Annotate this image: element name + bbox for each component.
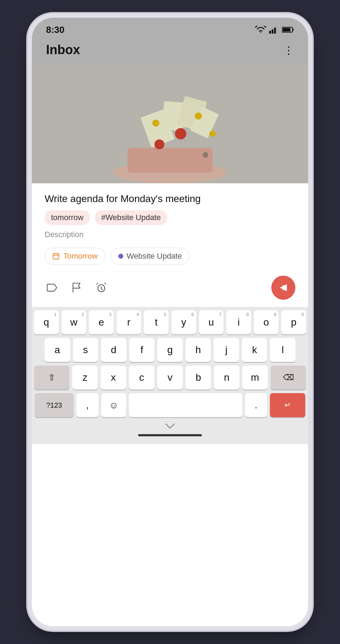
date-chip-label: tomorrow <box>51 213 84 222</box>
key-o[interactable]: 9o <box>254 310 279 334</box>
key-m[interactable]: m <box>242 366 268 390</box>
svg-rect-5 <box>293 29 294 31</box>
shift-key[interactable]: ⇧ <box>34 366 69 390</box>
svg-rect-1 <box>272 29 273 34</box>
svg-point-17 <box>195 113 202 120</box>
keyboard-row-4: ?123 , ☺ . ↵ <box>34 393 306 417</box>
illustration-svg <box>32 63 308 183</box>
key-i[interactable]: 8i <box>226 310 251 334</box>
key-q[interactable]: 1q <box>34 310 59 334</box>
key-l[interactable]: l <box>270 338 295 362</box>
alarm-button[interactable] <box>94 281 108 295</box>
svg-rect-6 <box>283 28 290 31</box>
tomorrow-chip-label: Tomorrow <box>63 252 98 261</box>
toolbar-row <box>45 272 295 307</box>
svg-point-18 <box>209 131 216 137</box>
key-a[interactable]: a <box>45 338 70 362</box>
bottom-sheet: Write agenda for Monday's meeting tomorr… <box>32 183 308 307</box>
svg-point-15 <box>175 128 186 139</box>
svg-point-16 <box>152 120 159 127</box>
project-dot-icon <box>118 254 123 259</box>
key-j[interactable]: j <box>214 338 239 362</box>
key-s[interactable]: s <box>73 338 98 362</box>
key-n[interactable]: n <box>214 366 239 390</box>
project-chip-label: #Website Update <box>101 213 161 222</box>
calendar-icon <box>52 252 60 260</box>
enter-key[interactable]: ↵ <box>270 393 305 417</box>
label-button[interactable] <box>45 281 59 295</box>
flag-button[interactable] <box>69 281 84 295</box>
battery-icon <box>282 27 294 33</box>
svg-rect-2 <box>274 28 276 34</box>
backspace-key[interactable]: ⌫ <box>271 366 306 390</box>
status-time: 8:30 <box>46 24 64 35</box>
svg-rect-9 <box>128 148 212 173</box>
project-action-chip[interactable]: Website Update <box>111 248 189 265</box>
description-field[interactable]: Description <box>45 230 295 239</box>
keyboard-row-1: 1q 2w 3e 4r 5t 6y 7u 8i 9o 0p <box>34 310 306 334</box>
keyboard-row-2: a s d f g h j k l <box>34 338 306 362</box>
key-e[interactable]: 3e <box>89 310 114 334</box>
key-g[interactable]: g <box>157 338 183 362</box>
tomorrow-action-chip[interactable]: Tomorrow <box>45 248 105 265</box>
task-title: Write agenda for Monday's meeting <box>45 193 295 205</box>
keyboard-row-3: ⇧ z x c v b n m ⌫ <box>34 366 306 390</box>
key-p[interactable]: 0p <box>281 310 306 334</box>
num-switch-key[interactable]: ?123 <box>35 393 74 417</box>
key-f[interactable]: f <box>129 338 155 362</box>
keyboard: 1q 2w 3e 4r 5t 6y 7u 8i 9o 0p a s d f g … <box>32 307 308 444</box>
key-z[interactable]: z <box>72 366 98 390</box>
key-x[interactable]: x <box>101 366 126 390</box>
key-c[interactable]: c <box>129 366 154 390</box>
key-y[interactable]: 6y <box>171 310 196 334</box>
svg-rect-20 <box>53 254 59 259</box>
chips-row: tomorrow #Website Update <box>45 210 295 225</box>
phone-frame: 8:30 Inbox <box>32 18 308 626</box>
toolbar-icons <box>45 281 108 295</box>
key-comma[interactable]: , <box>76 393 98 417</box>
key-v[interactable]: v <box>157 366 183 390</box>
svg-point-19 <box>203 152 208 158</box>
flag-icon <box>70 282 83 294</box>
space-key[interactable] <box>129 393 242 417</box>
key-d[interactable]: d <box>101 338 126 362</box>
date-chip[interactable]: tomorrow <box>45 210 90 225</box>
project-chip[interactable]: #Website Update <box>95 210 167 225</box>
key-h[interactable]: h <box>186 338 211 362</box>
emoji-key[interactable]: ☺ <box>101 393 126 417</box>
key-b[interactable]: b <box>186 366 211 390</box>
status-icons <box>255 26 294 34</box>
inbox-header: Inbox ⋮ <box>32 39 308 63</box>
key-period[interactable]: . <box>245 393 267 417</box>
send-icon <box>277 282 289 294</box>
svg-rect-3 <box>277 26 278 34</box>
page-title: Inbox <box>46 42 80 57</box>
key-r[interactable]: 4r <box>117 310 141 334</box>
key-t[interactable]: 5t <box>144 310 169 334</box>
label-icon <box>46 282 58 294</box>
signal-icon <box>269 26 279 34</box>
action-chips-row: Tomorrow Website Update <box>45 248 295 265</box>
project-chip-label2: Website Update <box>127 252 182 261</box>
key-k[interactable]: k <box>242 338 267 362</box>
wifi-icon <box>255 26 266 34</box>
key-w[interactable]: 2w <box>62 310 86 334</box>
svg-point-14 <box>154 139 164 149</box>
illustration-area <box>32 63 308 183</box>
send-button[interactable] <box>271 276 295 300</box>
keyboard-collapse[interactable] <box>34 421 306 432</box>
alarm-icon <box>95 282 107 294</box>
svg-rect-0 <box>269 31 271 34</box>
key-u[interactable]: 7u <box>199 310 224 334</box>
status-bar: 8:30 <box>32 18 308 39</box>
chevron-down-icon <box>165 423 175 429</box>
more-menu-button[interactable]: ⋮ <box>283 44 294 56</box>
